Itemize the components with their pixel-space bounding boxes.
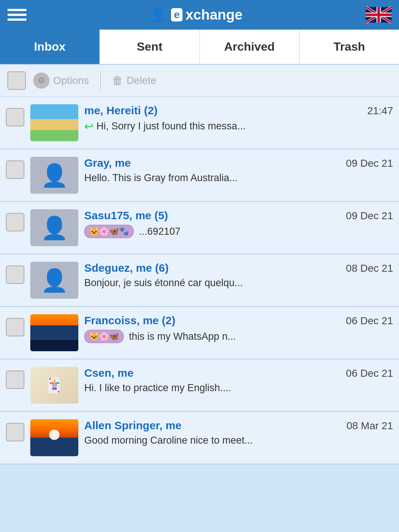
message-list: me, Hereiti (2) 21:47 ↩ Hi, Sorry I just…	[0, 97, 399, 464]
message-preview: Hello. This is Gray from Australia...	[84, 172, 238, 184]
message-time: 08 Mar 21	[347, 420, 393, 432]
tab-sent[interactable]: Sent	[100, 30, 200, 64]
toolbar-divider	[100, 71, 101, 90]
message-content: Sdeguez, me (6) 08 Dec 21 Bonjour, je su…	[84, 262, 393, 289]
app-title: 👤 e xchange	[150, 7, 243, 23]
message-time: 06 Dec 21	[346, 315, 393, 327]
message-sender: me, Hereiti (2)	[84, 104, 157, 117]
message-checkbox[interactable]	[6, 370, 24, 389]
person-icon: 👤	[41, 215, 68, 241]
tab-archived[interactable]: Archived	[200, 30, 300, 64]
message-sender: Gray, me	[84, 157, 131, 169]
message-content: Csen, me 06 Dec 21 Hi. I like to practic…	[84, 367, 393, 394]
list-item[interactable]: Allen Springer, me 08 Mar 21 Good mornin…	[0, 412, 399, 464]
list-item[interactable]: 👤 Sdeguez, me (6) 08 Dec 21 Bonjour, je …	[0, 254, 399, 307]
avatar: 🃏	[30, 367, 78, 404]
message-content: Francoiss, me (2) 06 Dec 21 🐱🌸🦋 this is …	[84, 314, 393, 343]
message-preview: this is my WhatsApp n...	[129, 331, 236, 342]
avatar: 👤	[30, 209, 78, 246]
person-icon: 👤	[41, 162, 68, 189]
tab-trash[interactable]: Trash	[300, 30, 399, 64]
menu-button[interactable]	[7, 9, 27, 21]
message-time: 09 Dec 21	[346, 210, 393, 222]
message-content: Sasu175, me (5) 09 Dec 21 🐱🌸🦋🐾 ...692107	[84, 209, 393, 238]
message-sender: Francoiss, me (2)	[84, 314, 175, 327]
e-badge: e	[171, 8, 183, 21]
avatar	[30, 314, 78, 351]
message-sender: Allen Springer, me	[84, 419, 181, 432]
delete-label: Delete	[127, 75, 157, 87]
list-item[interactable]: Francoiss, me (2) 06 Dec 21 🐱🌸🦋 this is …	[0, 307, 399, 359]
message-content: me, Hereiti (2) 21:47 ↩ Hi, Sorry I just…	[84, 104, 393, 133]
list-item[interactable]: 🃏 Csen, me 06 Dec 21 Hi. I like to pract…	[0, 359, 399, 412]
person-icon: 👤	[41, 267, 68, 294]
sticker-overlay: 🐱🌸🦋	[84, 330, 124, 343]
sticker-overlay: 🐱🌸🦋🐾	[84, 225, 134, 238]
gear-icon: ⚙	[33, 72, 50, 89]
options-label: Options	[53, 75, 89, 87]
message-checkbox[interactable]	[6, 108, 24, 126]
message-time: 06 Dec 21	[346, 367, 393, 379]
message-checkbox[interactable]	[6, 265, 24, 284]
message-time: 08 Dec 21	[346, 262, 393, 274]
message-preview: Hi, Sorry I just found this messa...	[96, 121, 246, 132]
message-checkbox[interactable]	[6, 213, 24, 231]
tab-inbox[interactable]: Inbox	[0, 30, 100, 64]
delete-button[interactable]: 🗑 Delete	[112, 74, 157, 87]
message-preview: ...692107	[139, 226, 181, 237]
message-preview: Hi. I like to practice my English....	[84, 382, 231, 394]
message-sender: Sasu175, me (5)	[84, 209, 168, 222]
toolbar: ⚙ Options 🗑 Delete	[0, 65, 399, 97]
message-sender: Sdeguez, me (6)	[84, 262, 168, 274]
tab-bar: Inbox Sent Archived Trash	[0, 30, 399, 65]
avatar: 👤	[30, 262, 78, 299]
message-checkbox[interactable]	[6, 318, 24, 336]
message-sender: Csen, me	[84, 367, 133, 379]
reply-icon: ↩	[84, 120, 93, 133]
message-content: Gray, me 09 Dec 21 Hello. This is Gray f…	[84, 157, 393, 184]
list-item[interactable]: 👤 Sasu175, me (5) 09 Dec 21 🐱🌸🦋🐾 ...6921…	[0, 202, 399, 254]
options-button[interactable]: ⚙ Options	[33, 72, 89, 89]
message-checkbox[interactable]	[6, 423, 24, 441]
select-all-checkbox[interactable]	[7, 71, 26, 90]
message-time: 09 Dec 21	[346, 157, 393, 169]
trash-icon: 🗑	[112, 74, 123, 87]
message-time: 21:47	[367, 105, 393, 117]
avatar	[30, 419, 78, 456]
avatar	[30, 104, 78, 141]
app-header: 👤 e xchange	[0, 0, 399, 30]
message-preview: Bonjour, je suis étonné car quelqu...	[84, 277, 243, 289]
app-name: xchange	[185, 7, 242, 23]
list-item[interactable]: me, Hereiti (2) 21:47 ↩ Hi, Sorry I just…	[0, 97, 399, 149]
message-preview: Good morning Caroline nice to meet...	[84, 435, 253, 446]
message-checkbox[interactable]	[6, 160, 24, 179]
avatar: 👤	[30, 157, 78, 194]
uk-flag-icon	[366, 6, 392, 24]
message-content: Allen Springer, me 08 Mar 21 Good mornin…	[84, 419, 393, 446]
list-item[interactable]: 👤 Gray, me 09 Dec 21 Hello. This is Gray…	[0, 149, 399, 202]
